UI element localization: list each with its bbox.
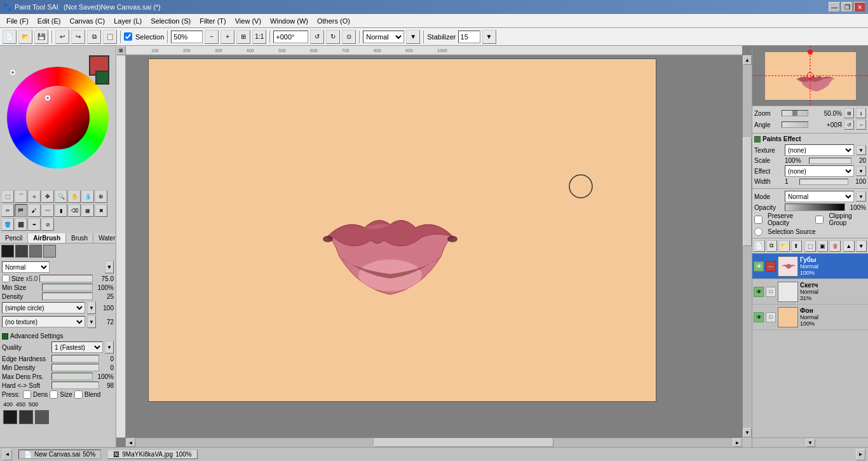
selection-checkbox[interactable] [124, 32, 132, 41]
status-tab-image[interactable]: 🖼 9MaYKi8kaVA.jpg 100% [107, 450, 197, 459]
shape-expand[interactable]: ▼ [87, 301, 96, 314]
toolbar-paste[interactable]: 📋 [103, 30, 117, 44]
quality-expand[interactable]: ▼ [105, 341, 114, 354]
angle-reset[interactable]: ↺ [844, 120, 854, 130]
tool-binary[interactable]: ⬛ [15, 218, 27, 231]
fit-canvas[interactable]: ⊞ [236, 30, 250, 44]
adv-header[interactable]: Advanced Settings [2, 333, 114, 340]
swatch-black-3[interactable] [35, 410, 49, 424]
h-scrollbar[interactable]: ◄ ► [126, 437, 742, 447]
stabilizer-input[interactable] [458, 31, 480, 43]
background-color[interactable] [95, 71, 109, 85]
layer-lock-guby[interactable]: — [766, 261, 776, 272]
restore-button[interactable]: ❐ [841, 2, 853, 12]
corner-btn[interactable]: ⊠ [116, 46, 126, 55]
tab-airbrush[interactable]: AirBrush [28, 233, 66, 243]
menu-selection[interactable]: Selection (S) [147, 16, 194, 26]
nav-preview[interactable] [752, 46, 868, 106]
toolbar-copy[interactable]: ⧉ [87, 30, 101, 44]
effect-expand-btn[interactable]: ▼ [856, 166, 866, 176]
tool-sel2[interactable]: ▦ [81, 204, 94, 217]
tool-rift[interactable]: ⊘ [41, 218, 54, 231]
texture-effect-select[interactable]: (none) [785, 144, 854, 156]
swatch-black-1[interactable] [3, 410, 17, 424]
h-scroll-right[interactable]: ► [733, 438, 742, 447]
layer-lock-sketch[interactable]: □ [766, 287, 776, 297]
size-slider[interactable] [39, 275, 93, 282]
blend-mode-select[interactable]: Normal [363, 31, 404, 43]
layer-move-down[interactable]: ▼ [856, 240, 867, 252]
status-tab-canvas[interactable]: 📄 New Canvas.sai 50% [18, 450, 101, 459]
dens-check[interactable] [23, 390, 31, 399]
tool-transform[interactable]: ⊕ [95, 190, 107, 203]
drawing-canvas[interactable] [148, 58, 656, 402]
layer-lock-fon[interactable]: □ [766, 312, 776, 322]
tool-move[interactable]: ✥ [41, 190, 54, 203]
tool-deselect[interactable]: ✖ [95, 204, 107, 217]
mode-expand[interactable]: ▼ [105, 261, 114, 273]
max-dens-slider[interactable] [51, 373, 93, 380]
v-scroll-up[interactable]: ▲ [743, 55, 752, 65]
h-scroll-left[interactable]: ◄ [126, 438, 135, 447]
tool-select-rect[interactable]: ⬚ [1, 190, 14, 203]
tab-pencil[interactable]: Pencil [0, 233, 28, 243]
menu-others[interactable]: Others (O) [313, 16, 354, 26]
clipping-group-check[interactable] [815, 216, 824, 224]
ink-black[interactable] [1, 245, 14, 258]
tool-zoom[interactable]: 🔍 [55, 190, 67, 203]
toolbar-undo[interactable]: ↩ [55, 30, 69, 44]
rotate-ccw[interactable]: ↺ [310, 30, 324, 44]
blend-check[interactable] [74, 390, 83, 399]
texture-select[interactable]: (no texture) [2, 316, 85, 327]
shape-select[interactable]: (simple circle) [2, 302, 85, 313]
ink-mid[interactable] [29, 245, 42, 258]
menu-edit[interactable]: Edit (E) [34, 16, 65, 26]
size-check[interactable] [50, 390, 58, 399]
min-density-slider[interactable] [51, 364, 99, 371]
ink-light[interactable] [43, 245, 56, 258]
h-scroll-thumb[interactable] [374, 438, 553, 447]
min-size-slider[interactable] [42, 284, 93, 291]
zoom-out[interactable]: − [205, 30, 219, 44]
opacity-slider[interactable] [785, 203, 845, 211]
hard-soft-slider[interactable] [51, 382, 99, 389]
quality-select[interactable]: 1 (Fastest) [51, 341, 103, 353]
layer-group-btn[interactable]: 📁 [778, 240, 790, 252]
right-scroll-down[interactable]: ▼ [806, 439, 815, 447]
tool-marker[interactable]: ▮ [55, 204, 67, 217]
toolbar-save[interactable]: 💾 [34, 30, 48, 44]
layer-delete[interactable]: 🗑 [829, 240, 841, 252]
rotate-cw[interactable]: ↻ [326, 30, 340, 44]
canvas-area[interactable]: 0 100 200 300 400 500 600 700 800 900 10… [116, 46, 752, 447]
layer-sel-all[interactable]: ⬚ [804, 240, 816, 252]
preserve-opacity-check[interactable] [754, 216, 763, 224]
texture-expand[interactable]: ▼ [87, 315, 96, 328]
layer-import-btn[interactable]: ⬆ [791, 240, 803, 252]
angle-flip[interactable]: ↔ [856, 120, 866, 130]
effect-select[interactable]: (none) [785, 165, 854, 177]
status-scroll-right[interactable]: ► [856, 449, 865, 460]
swatch-black-2[interactable] [19, 410, 33, 424]
layer-eye-guby[interactable]: 👁 [754, 261, 764, 272]
menu-file[interactable]: File (F) [3, 16, 32, 26]
zoom-input[interactable] [171, 31, 203, 43]
close-button[interactable]: ✕ [854, 2, 865, 12]
zoom-slider-thumb[interactable] [792, 111, 797, 116]
paints-effect-toggle[interactable] [754, 136, 761, 142]
tool-airbrush[interactable]: ⛿ [15, 204, 27, 217]
edge-hardness-slider[interactable] [51, 355, 99, 362]
v-scrollbar[interactable]: ▲ ▼ [742, 55, 752, 437]
adv-toggle[interactable] [2, 333, 8, 340]
menu-window[interactable]: Window (W) [266, 16, 312, 26]
menu-filter[interactable]: Filter (T) [196, 16, 230, 26]
rotation-input[interactable] [273, 31, 308, 43]
density-slider[interactable] [42, 292, 93, 300]
v-scroll-thumb[interactable] [743, 137, 752, 246]
layer-eye-sketch[interactable]: 👁 [754, 287, 764, 297]
scale-slider[interactable] [809, 158, 851, 164]
width-slider[interactable] [799, 179, 848, 185]
texture-expand-btn[interactable]: ▼ [856, 145, 866, 155]
status-scroll-left[interactable]: ◄ [3, 449, 12, 460]
zoom-100[interactable]: 1:1 [252, 30, 266, 44]
angle-slider[interactable] [782, 121, 808, 128]
